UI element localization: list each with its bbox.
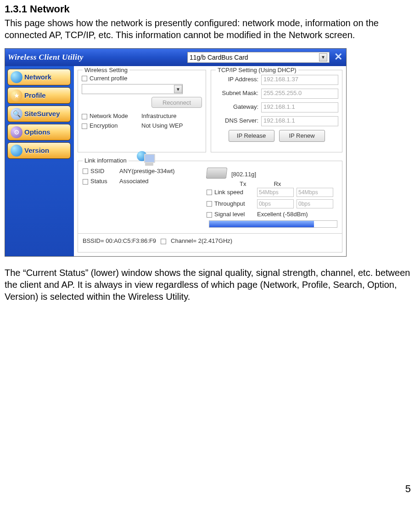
link-speed-rx: 54Mbps (297, 188, 333, 197)
signal-level-value: Excellent (-58dBm) (257, 211, 308, 219)
wireless-mode-tag: [802.11g] (231, 171, 256, 179)
nav-version[interactable]: Version (7, 142, 71, 159)
nav-label: Network (24, 73, 51, 82)
checkbox-icon[interactable] (161, 239, 166, 244)
signal-bar-fill (209, 221, 314, 227)
checkbox-icon[interactable] (82, 123, 87, 129)
nav-profile[interactable]: ★ Profile (7, 87, 71, 104)
subnet-mask-label: Subnet Mask: (215, 90, 258, 97)
page-number: 5 (405, 483, 411, 496)
current-profile-row: Current profile (82, 75, 202, 83)
nav-label: Profile (24, 91, 46, 100)
sidebar-nav: Network ★ Profile 🔍 SiteSurvey ⚙ Options… (5, 66, 74, 256)
network-mode-value: Infrastructure (141, 112, 202, 120)
close-icon[interactable]: ✕ (333, 53, 343, 62)
checkbox-icon[interactable] (83, 179, 88, 185)
card-selector-value: 11g/b CardBus Card (190, 53, 248, 62)
status-label: Status (90, 178, 107, 185)
reconnect-button[interactable]: Reconnect (151, 97, 202, 108)
search-icon: 🔍 (11, 108, 22, 120)
card-selector-dropdown[interactable]: 11g/b CardBus Card ▼ (187, 52, 330, 63)
wireless-setting-group: Wireless Setting Current profile ▼ Recon… (78, 70, 206, 152)
computer-globe-icon (137, 151, 155, 168)
gateway-field: 192.168.1.1 (261, 102, 338, 112)
bssid-value: BSSID= 00:A0:C5:F3:86:F9 (83, 237, 156, 245)
ip-renew-button[interactable]: IP Renew (279, 130, 325, 142)
nav-label: Options (24, 128, 50, 137)
checkbox-icon[interactable] (207, 190, 212, 195)
ssid-label: SSID (90, 168, 104, 175)
group-legend: Link information (83, 157, 129, 165)
rx-header: Rx (274, 180, 281, 188)
throughput-label: Throughput (214, 200, 245, 208)
tcpip-setting-group: TCP/IP Setting (Using DHCP) IP Address: … (211, 70, 342, 152)
group-legend: Wireless Setting (83, 67, 129, 74)
card-icon (206, 168, 228, 179)
tx-header: Tx (240, 180, 246, 188)
checkbox-icon[interactable] (82, 114, 87, 119)
current-profile-label: Current profile (90, 75, 127, 83)
signal-level-label: Signal level (214, 211, 245, 219)
ip-address-label: IP Address: (215, 76, 258, 84)
ssid-value: ANY(prestige-334wt) (119, 168, 175, 175)
dropdown-arrow-icon: ▼ (319, 53, 327, 62)
nav-network[interactable]: Network (7, 69, 71, 85)
link-information-group: Link information SSID ANY(prestige-334wt… (78, 161, 342, 252)
closing-paragraph: The “Current Status” (lower) window show… (5, 267, 415, 303)
dns-server-field: 192.168.1.1 (261, 116, 338, 126)
title-bar: Wireless Client Utility 11g/b CardBus Ca… (5, 49, 346, 66)
globe-icon (11, 71, 22, 83)
checkbox-icon[interactable] (83, 168, 88, 174)
checkbox-icon[interactable] (207, 201, 212, 207)
divider (78, 233, 342, 234)
throughput-rx: 0bps (297, 199, 333, 208)
nav-options[interactable]: ⚙ Options (7, 124, 71, 140)
dns-server-label: DNS Server: (215, 117, 258, 125)
nav-label: Version (24, 146, 49, 155)
wireless-utility-window: Wireless Client Utility 11g/b CardBus Ca… (5, 48, 347, 257)
profile-dropdown[interactable]: ▼ (82, 84, 183, 94)
checkbox-icon[interactable] (207, 212, 212, 218)
link-speed-tx: 54Mbps (257, 188, 294, 197)
content-panel: Wireless Setting Current profile ▼ Recon… (74, 66, 346, 256)
section-heading: 1.3.1 Network (5, 3, 415, 16)
channel-value: Channel= 2(2.417GHz) (171, 237, 232, 245)
nav-sitesurvey[interactable]: 🔍 SiteSurvey (7, 106, 71, 122)
checkbox-icon[interactable] (82, 76, 87, 81)
ip-address-field: 192.168.1.37 (261, 75, 338, 85)
options-icon: ⚙ (11, 126, 22, 138)
network-mode-label: Network Mode (90, 112, 128, 120)
dropdown-arrow-icon: ▼ (174, 85, 182, 93)
group-legend: TCP/IP Setting (Using DHCP) (216, 67, 298, 74)
status-value: Associated (119, 178, 149, 185)
gateway-label: Gateway: (215, 103, 258, 111)
encryption-label: Encryption (90, 122, 118, 130)
star-icon: ★ (11, 90, 22, 101)
subnet-mask-field: 255.255.255.0 (261, 89, 338, 99)
nav-label: SiteSurvey (24, 109, 60, 118)
intro-paragraph: This page shows how the network is prese… (5, 17, 415, 41)
signal-bar (209, 220, 337, 228)
throughput-tx: 0bps (257, 199, 294, 208)
ip-release-button[interactable]: IP Release (229, 130, 274, 142)
globe-icon (11, 145, 22, 157)
app-title: Wireless Client Utility (8, 52, 84, 62)
link-speed-label: Link speed (214, 189, 243, 196)
encryption-value: Not Using WEP (141, 122, 202, 130)
